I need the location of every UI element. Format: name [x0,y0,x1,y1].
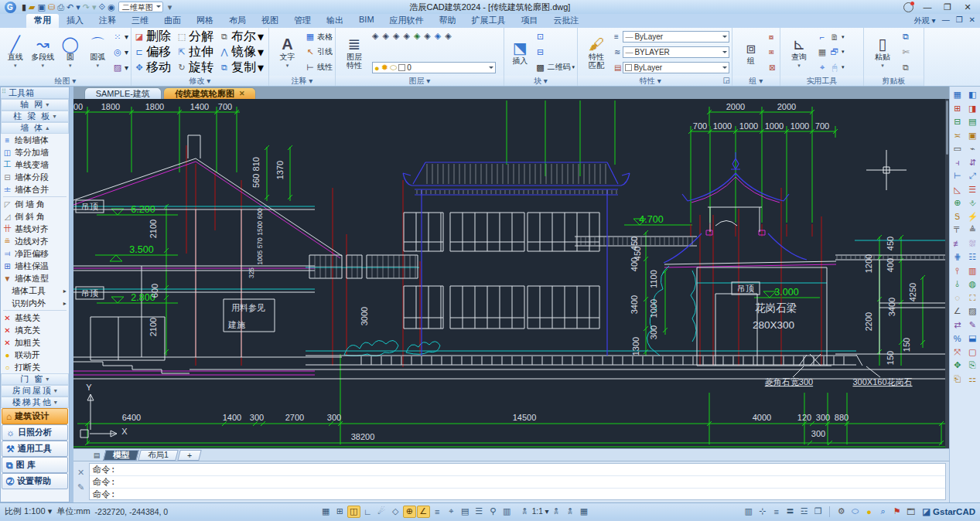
annotation-filter-icon[interactable]: 🕱 [564,506,577,518]
otrack-icon[interactable]: ∠ [417,506,430,518]
workspace-select[interactable]: 二维草图 [118,2,163,12]
cad-tool-icon[interactable]: ☰ [966,183,979,197]
cad-tool-icon[interactable]: ✥ [951,359,964,373]
layer-combo[interactable]: ● ✹ ⬭ 0 [372,62,496,73]
dynamic-input-icon[interactable]: ⌖ [445,506,458,518]
linetype-combo[interactable]: —BYLAYER [623,46,729,58]
tab-layout1[interactable]: 布局1 [138,450,178,461]
ribbon-tab-输出[interactable]: 输出 [319,14,351,28]
toolbox-item[interactable]: 工单线变墙 [1,158,69,171]
cad-tool-icon[interactable]: ✎ [966,318,979,332]
ribbon-restore-icon[interactable]: ❐ [956,15,963,26]
autoscale-icon[interactable]: ▥ [500,506,514,518]
cad-tool-icon[interactable]: ⋕ [951,250,964,264]
layer-match-icon[interactable]: ◈ [414,31,420,41]
tab-model[interactable]: 模型 [103,450,138,461]
command-prompt-line[interactable]: 命令: [90,464,945,476]
osnap-icon[interactable]: ⊕ [403,506,416,518]
toolbox-item[interactable]: ≡绘制墙体 [1,134,69,146]
lineweight-list-icon[interactable]: ≡ [614,31,621,43]
redo-icon[interactable]: ↷ ▾ [83,2,97,12]
point-tools-button[interactable]: ⁙▾ [112,31,128,43]
leader-button[interactable]: ↖引线 [305,46,333,58]
canvas-vertical-scrollbar[interactable] [945,99,949,448]
group-select-icon[interactable]: ⊠ [769,62,775,73]
panel-label-clipboard[interactable]: 剪贴板 [864,76,924,86]
layer-off-icon[interactable]: ◈ [372,31,378,41]
grid-display-icon[interactable]: ⊞ [333,506,347,518]
panel-label-annotate[interactable]: 注释 ▾ [269,76,335,86]
toolbox-mode-button[interactable]: ☼日照分析 [2,424,68,441]
panel-label-properties[interactable]: 特性 ▾ ◲ [578,76,732,86]
toolbox-item[interactable]: ⊞墙柱保温 [1,260,69,272]
toolbox-item[interactable]: ▼墙体造型 [1,272,69,284]
toolbox-item[interactable]: ✕填充关 [1,324,69,336]
selection-cycle-icon[interactable]: ☰ [473,506,486,518]
snap-mode-icon[interactable]: ◫ [347,506,360,518]
quick-props-icon[interactable]: ▤ [459,506,472,518]
toolbox-mode-button[interactable]: ⚒通用工具 [2,441,68,457]
ribbon-tab-插入[interactable]: 插入 [59,14,91,28]
cad-tool-icon[interactable]: ◌ [951,291,964,305]
ribbon-tab-网格[interactable]: 网格 [189,14,221,28]
panel-label-draw[interactable]: 绘图 ▾ [0,76,131,86]
cad-tool-icon[interactable]: ⚡ [966,210,979,224]
annotation-table-icon[interactable]: ▦ [578,506,591,518]
insert-block-button[interactable]: ⬔插入 [507,29,533,75]
cad-tool-icon[interactable]: ◍ [966,278,979,291]
panel-label-group[interactable]: 组 ▾ [732,76,780,86]
circle-button[interactable]: ◯圆▾ [57,29,83,75]
ribbon-tab-曲面[interactable]: 曲面 [156,14,189,28]
layer-lock-icon[interactable]: ◈ [403,31,409,41]
quick-select-icon[interactable]: ⌖ [817,63,828,73]
fit-icon[interactable]: ⊹ [756,506,769,518]
qat-overflow-icon[interactable]: ▾ [168,2,172,12]
layer-restore-icon[interactable]: ◈ [435,31,441,41]
stretch-button[interactable]: ⇱拉伸 [176,46,216,58]
cad-tool-icon[interactable]: % [951,332,964,346]
print-icon[interactable]: ⎙ [57,2,64,12]
save-icon[interactable]: ▣ [38,2,46,12]
match-properties-button[interactable]: 🖌特性匹配 [580,29,613,75]
command-prompt-line[interactable]: 命令: [90,489,945,500]
new-file-icon[interactable]: ▮ [22,2,26,12]
explode-button[interactable]: ⬚分解 [176,31,216,43]
layer-states-icon[interactable]: ⟐ [99,2,106,12]
ribbon-tab-扩展工具[interactable]: 扩展工具 [464,14,514,28]
cad-tool-icon[interactable]: ≜ [966,223,979,237]
ribbon-tab-项目[interactable]: 项目 [514,14,546,28]
document-tab[interactable]: 传统建筑轮廓图✕ [163,87,257,99]
ribbon-tab-云批注[interactable]: 云批注 [546,14,587,28]
cad-tool-icon[interactable]: ⫰ [951,278,964,291]
group-button[interactable]: ⧈组 [735,29,767,75]
annotation-auto-icon[interactable]: 🕱 [550,506,563,518]
toolbox-item[interactable]: 卄基线对齐 [1,223,69,235]
ribbon-tab-帮助[interactable]: 帮助 [432,14,464,28]
layer-color-swatch[interactable] [398,64,405,71]
color-combo[interactable]: —ByLayer [623,31,729,43]
layer-prev-icon[interactable]: ◈ [424,31,430,41]
cad-tool-icon[interactable]: ☷ [966,250,979,264]
cad-tool-icon[interactable]: ⤢ [966,169,979,183]
cad-tool-icon[interactable]: ⬓ [966,332,979,346]
cad-tool-icon[interactable]: ⫯ [951,264,964,278]
cad-tool-icon[interactable]: ⊞ [951,102,964,116]
cad-tool-icon[interactable]: ▣ [966,129,979,143]
cad-tool-icon[interactable]: ◺ [951,183,964,197]
cad-tool-icon[interactable]: ⫞ [951,156,964,170]
drawing-canvas[interactable]: 0018001800140070020002000700100010001000… [73,99,949,448]
boolean-button[interactable]: ⧉布尔 ▾ [219,31,266,43]
cad-tool-icon[interactable]: ⎘ [966,359,979,373]
toolbox-group[interactable]: 楼梯其他▾ [1,397,69,408]
block-edit-button[interactable]: ⊡ [534,31,575,43]
cad-tool-icon[interactable]: Ꭶ [951,210,964,224]
toolbox-mode-button[interactable]: ➁设置帮助 [2,473,68,489]
command-close-icon[interactable]: ✕ [77,468,84,478]
bulb-icon[interactable]: ● [862,506,876,518]
id-point-icon[interactable]: 🗗 [829,47,840,56]
ribbon-tab-布局[interactable]: 布局 [221,14,254,28]
panel-label-utilities[interactable]: 实用工具 [780,76,863,86]
layer-merge-icon[interactable]: ◈ [445,31,451,41]
cad-tool-icon[interactable]: ⊕ [951,196,964,210]
clean-screen-icon[interactable]: 〓 [784,506,797,518]
